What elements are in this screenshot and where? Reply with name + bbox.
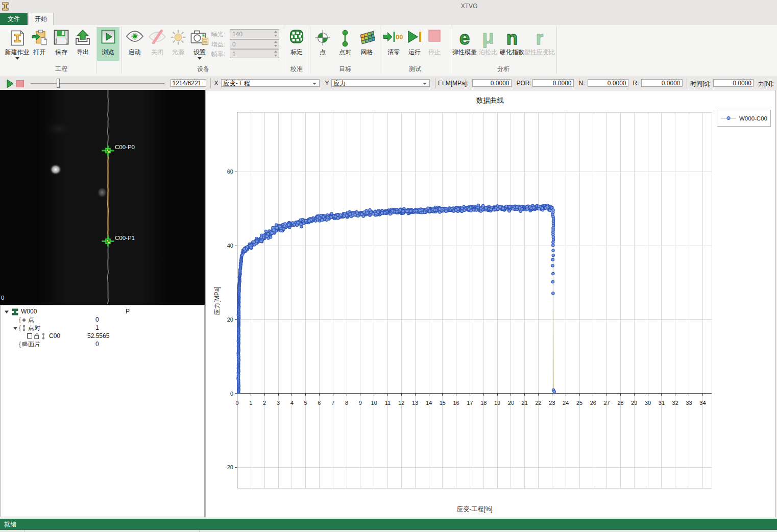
svg-text:6: 6 (318, 400, 321, 406)
svg-text:26: 26 (590, 400, 596, 406)
svg-text:25: 25 (576, 400, 582, 406)
svg-text:r: r (536, 30, 543, 48)
svg-text:8: 8 (345, 400, 348, 406)
svg-text:7: 7 (331, 400, 334, 406)
svg-text:00: 00 (396, 33, 403, 41)
svg-text:15: 15 (440, 400, 446, 406)
svg-text:C00-P1: C00-P1 (115, 235, 135, 241)
svg-text:34: 34 (699, 400, 706, 406)
svg-text:16: 16 (453, 400, 459, 406)
svg-text:22: 22 (535, 400, 541, 406)
svg-text:10: 10 (371, 400, 377, 406)
svg-text:2: 2 (263, 400, 266, 406)
svg-text:19: 19 (494, 400, 500, 406)
svg-text:24: 24 (563, 400, 569, 406)
svg-text:数据曲线: 数据曲线 (476, 96, 504, 104)
svg-text:5: 5 (304, 400, 307, 406)
svg-text:33: 33 (686, 400, 692, 406)
svg-text:12: 12 (398, 400, 404, 406)
svg-text:e: e (459, 30, 470, 48)
svg-text:20: 20 (508, 400, 514, 406)
svg-text:μ: μ (482, 30, 494, 47)
svg-text:应变-工程[%]: 应变-工程[%] (457, 505, 492, 513)
svg-text:31: 31 (659, 400, 665, 406)
svg-text:-20: -20 (225, 464, 233, 470)
svg-text:C00-P0: C00-P0 (115, 144, 135, 150)
svg-text:17: 17 (467, 400, 473, 406)
svg-text:18: 18 (480, 400, 487, 406)
svg-text:13: 13 (412, 400, 418, 406)
svg-text:3: 3 (277, 400, 280, 406)
svg-text:0: 0 (230, 391, 233, 397)
svg-text:27: 27 (603, 400, 610, 406)
svg-text:11: 11 (385, 400, 391, 406)
svg-text:23: 23 (549, 400, 555, 406)
svg-text:29: 29 (631, 400, 637, 406)
svg-text:n: n (506, 30, 518, 48)
svg-text:14: 14 (426, 400, 432, 406)
svg-text:28: 28 (617, 400, 623, 406)
svg-text:应力[MPa]: 应力[MPa] (213, 286, 221, 315)
svg-text:0: 0 (235, 400, 238, 406)
svg-text:60: 60 (227, 168, 233, 175)
svg-text:20: 20 (227, 317, 233, 323)
svg-text:W000-C00: W000-C00 (739, 115, 767, 122)
svg-text:9: 9 (359, 400, 362, 406)
svg-text:30: 30 (645, 400, 651, 406)
svg-text:4: 4 (290, 400, 294, 406)
svg-text:40: 40 (227, 243, 233, 249)
svg-text:0: 0 (1, 295, 4, 301)
svg-text:32: 32 (672, 400, 678, 406)
svg-text:21: 21 (522, 400, 528, 406)
svg-text:1: 1 (249, 400, 252, 406)
